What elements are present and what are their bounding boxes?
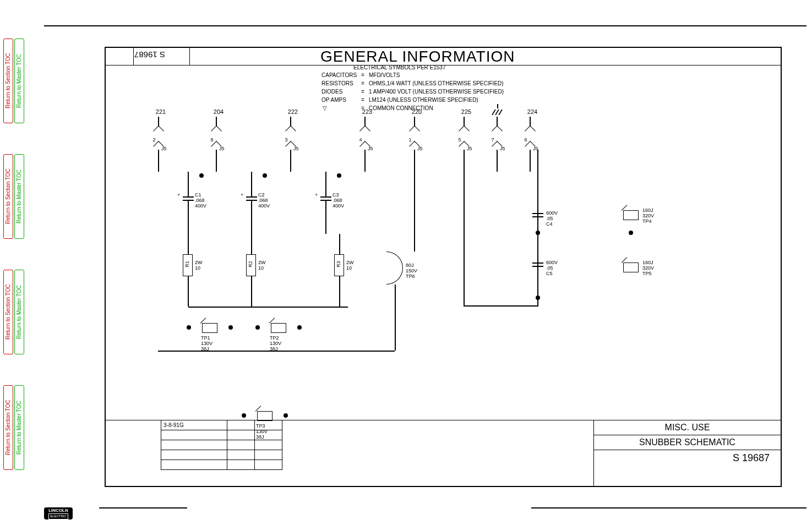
wire [251,234,252,254]
footer-rule [531,507,806,508]
c1-label: C1.068400V [195,192,206,209]
drawing-frame: S 19687 GENERAL INFORMATION ELECTRICAL S… [105,47,782,487]
drawing-number: S 19687 [594,450,781,466]
pin-arrow-icon [285,125,296,136]
wire [464,150,465,307]
footer-rule [99,507,187,508]
return-master-toc[interactable]: Return to Master TOC [14,39,24,123]
pin-arrow-icon [409,125,420,136]
tp6-body [386,251,403,285]
revision-table: 3-8-91G [161,420,282,470]
wire-label: 225 [458,108,475,115]
wire-label: 204 [210,108,227,115]
return-master-toc[interactable]: Return to Master TOC [14,154,24,239]
wire [530,150,531,172]
divider [189,48,190,65]
top-rule [44,25,806,26]
node [228,325,233,330]
connector-label: J5 [417,146,423,151]
r3-val: 2W10 [346,260,354,271]
node [187,325,191,330]
wire [251,201,252,234]
polarity-plus: + [241,192,243,198]
connector-label: J5 [368,146,373,151]
wire-label: 221 [152,108,169,115]
pin-number: 1 [407,137,413,143]
wire [188,276,189,307]
pin-arrow-icon [459,125,470,136]
pin-arrow-icon [492,125,503,136]
pin-number: 6 [523,137,528,143]
pin-number: 3 [284,137,289,143]
c2-label: C2.068400V [258,192,270,209]
wire-label: 222 [285,108,301,115]
wire-label: 223 [359,108,375,115]
wire [414,150,415,251]
return-section-toc[interactable]: Return to Section TOC [3,385,13,470]
r3-name: R3 [336,261,341,267]
return-master-toc[interactable]: Return to Master TOC [14,270,24,354]
pin-arrow-icon [153,125,164,136]
node [255,325,260,330]
wire [188,234,189,254]
c3-label: C3.068400V [333,192,344,209]
r1-name: R1 [184,261,190,267]
node [242,413,246,418]
wire-label: 224 [524,108,541,115]
wire [464,305,538,307]
connector-label: J5 [219,146,225,151]
title-right: MISC. USE SNUBBER SCHEMATIC S 19687 [593,420,781,486]
tp2-label: TP2130V38J [270,335,281,352]
tp5 [623,262,639,272]
tp1-label: TP1130V38J [201,335,212,352]
wire [339,276,340,307]
r1-val: 2W10 [195,260,203,271]
wire [188,307,348,308]
node [263,173,267,178]
r2-name: R2 [248,261,253,267]
pin-number: 7 [490,137,495,143]
wire [364,150,366,172]
tp1 [202,323,217,333]
node [337,173,341,178]
wire [188,201,189,234]
wire [158,150,159,172]
connector-label: J5 [293,146,299,151]
wire [395,285,396,351]
c4-label: 600V.05C4 [546,210,558,227]
pin-number: 2 [151,137,157,143]
wire [251,172,252,196]
wire [325,201,326,234]
connector-label: J5 [161,146,167,151]
wire [290,150,291,172]
tp4-label: 160J320VTP4 [642,207,654,224]
wire [325,172,326,196]
chassis-ground-icon [492,108,503,115]
return-section-toc[interactable]: Return to Section TOC [3,154,13,239]
side-nav: Return to Section TOC Return to Master T… [0,0,28,525]
tp6-label: 80J150VTP6 [406,262,417,279]
pin-arrow-icon [525,125,536,136]
wire [339,234,340,254]
return-section-toc[interactable]: Return to Section TOC [3,270,13,354]
return-master-toc[interactable]: Return to Master TOC [14,385,24,470]
pin-arrow-icon [359,125,370,136]
title-line1: MISC. USE [594,420,781,435]
wire [251,276,252,307]
lincoln-logo: LINCOLNELECTRIC [44,507,73,519]
tp5-label: 160J320VTP5 [642,260,654,276]
title-block: 3-8-91G MISC. USE SNUBBER SCHEMATIC S 19… [106,420,781,486]
wire [537,150,538,307]
tp4 [623,210,639,220]
wire [497,150,498,172]
schematic-area: 221 2 J5 204 8 J5 222 3 J5 223 4 J5 220 … [106,103,781,420]
drawing-number-rotated: S 19687 [134,50,165,59]
wire [158,351,395,352]
wire [216,150,217,172]
node [284,413,288,418]
c5-label: 600V.05C5 [546,260,558,276]
wire-label: 220 [408,108,425,115]
title-line2: SNUBBER SCHEMATIC [594,435,781,450]
return-section-toc[interactable]: Return to Section TOC [3,39,13,123]
pin-number: 8 [209,137,215,143]
